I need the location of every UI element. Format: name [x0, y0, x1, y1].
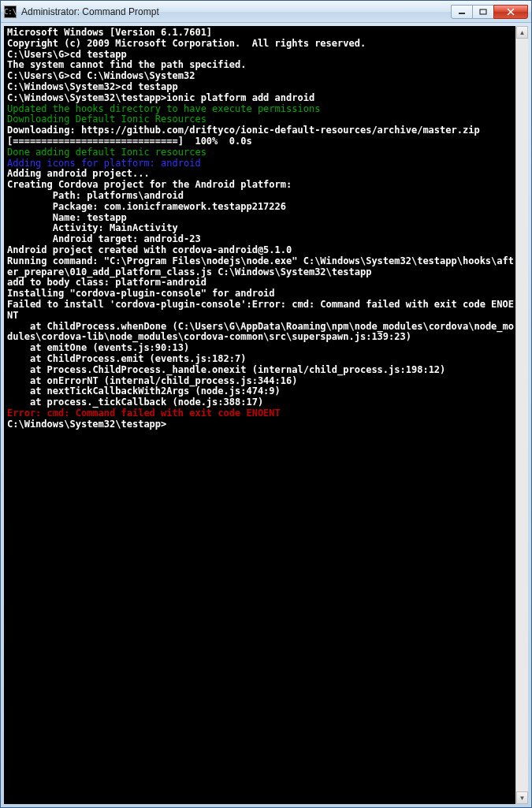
terminal-line: Failed to install 'cordova-plugin-consol… — [7, 300, 514, 322]
scroll-track[interactable] — [516, 39, 528, 791]
terminal-line: C:\Windows\System32\testapp>ionic platfo… — [7, 93, 514, 104]
terminal-line: Name: testapp — [7, 213, 514, 224]
terminal-line: at Process.ChildProcess._handle.onexit (… — [7, 365, 514, 376]
scroll-down-button[interactable]: ▼ — [516, 791, 528, 804]
terminal-output[interactable]: Microsoft Windows [Version 6.1.7601]Copy… — [4, 26, 515, 804]
terminal-line: Installing "cordova-plugin-console" for … — [7, 289, 514, 300]
chevron-down-icon: ▼ — [519, 795, 526, 802]
terminal-line: C:\Users\G>cd C:\Windows\System32 — [7, 71, 514, 82]
terminal-line: at onErrorNT (internal/child_process.js:… — [7, 376, 514, 387]
close-icon — [506, 8, 515, 16]
window-controls — [452, 5, 528, 19]
terminal-line: Path: platforms\android — [7, 191, 514, 202]
terminal-line: Microsoft Windows [Version 6.1.7601] — [7, 28, 514, 39]
terminal-line: Activity: MainActivity — [7, 223, 514, 234]
svg-rect-1 — [480, 9, 486, 14]
terminal-line: Running command: "C:\Program Files\nodej… — [7, 256, 514, 278]
terminal-line: add to body class: platform-android — [7, 277, 514, 289]
terminal-line: Downloading Default Ionic Resources — [7, 114, 514, 125]
minimize-icon — [458, 9, 466, 15]
scroll-up-button[interactable]: ▲ — [516, 26, 528, 39]
terminal-line: C:\Windows\System32\testapp> — [7, 419, 514, 430]
terminal-line: Done adding default Ionic resources — [7, 147, 514, 158]
maximize-icon — [479, 9, 487, 15]
terminal-line: C:\Windows\System32>cd testapp — [7, 82, 514, 93]
terminal-line: Package: com.ionicframework.testapp21722… — [7, 202, 514, 213]
terminal-line: Updated the hooks directory to have exec… — [7, 104, 514, 115]
terminal-line: [=============================] 100% 0.0… — [7, 136, 514, 147]
chevron-up-icon: ▲ — [519, 29, 526, 36]
command-prompt-window: C:\ Administrator: Command Prompt Micros… — [0, 0, 532, 808]
terminal-line: The system cannot find the path specifie… — [7, 60, 514, 71]
titlebar[interactable]: C:\ Administrator: Command Prompt — [1, 1, 531, 23]
terminal-line: Adding icons for platform: android — [7, 158, 514, 169]
close-button[interactable] — [493, 5, 528, 19]
terminal-line: Downloading: https://github.com/driftyco… — [7, 125, 514, 136]
terminal-line: at ChildProcess.emit (events.js:182:7) — [7, 354, 514, 365]
terminal-line: Adding android project... — [7, 169, 514, 180]
terminal-line: at emitOne (events.js:90:13) — [7, 343, 514, 354]
minimize-button[interactable] — [451, 5, 473, 19]
terminal-line: Android project created with cordova-and… — [7, 245, 514, 256]
svg-rect-0 — [459, 13, 465, 14]
scrollbar[interactable]: ▲ ▼ — [515, 26, 528, 804]
terminal-line: at nextTickCallbackWith2Args (node.js:47… — [7, 386, 514, 397]
terminal-line: Android target: android-23 — [7, 234, 514, 245]
terminal-line: Creating Cordova project for the Android… — [7, 180, 514, 191]
terminal-line: Error: cmd: Command failed with exit cod… — [7, 408, 514, 419]
terminal-line: Copyright (c) 2009 Microsoft Corporation… — [7, 39, 514, 50]
window-title: Administrator: Command Prompt — [21, 6, 452, 17]
terminal-line: C:\Users\G>cd testapp — [7, 50, 514, 61]
terminal-line: at ChildProcess.whenDone (C:\Users\G\App… — [7, 322, 514, 344]
cmd-icon: C:\ — [4, 6, 17, 18]
terminal-container: Microsoft Windows [Version 6.1.7601]Copy… — [1, 23, 531, 807]
terminal-line: at process._tickCallback (node.js:388:17… — [7, 397, 514, 408]
maximize-button[interactable] — [472, 5, 494, 19]
